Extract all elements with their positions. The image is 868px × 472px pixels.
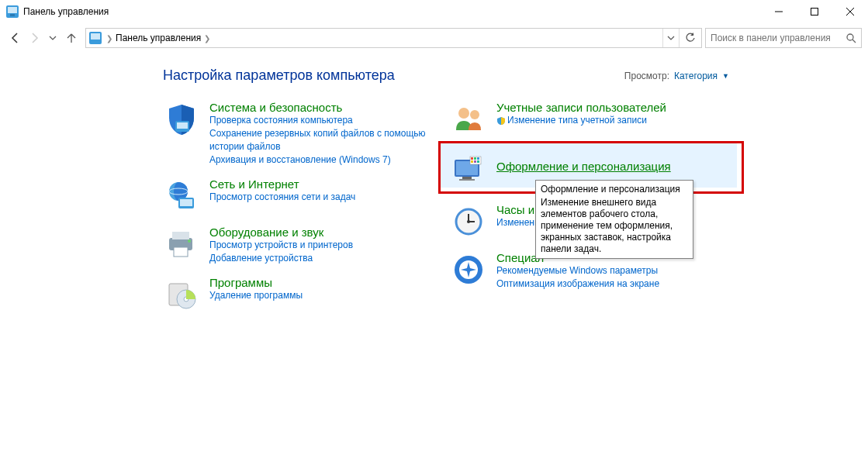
svg-rect-32 bbox=[471, 157, 473, 160]
address-bar[interactable]: ❯ Панель управления ❯ bbox=[85, 28, 702, 48]
category-title-programs[interactable]: Программы bbox=[209, 276, 272, 289]
minimize-button[interactable] bbox=[761, 0, 797, 23]
svg-point-41 bbox=[467, 220, 470, 223]
category-hardware[interactable]: Оборудование и звук Просмотр устройств и… bbox=[163, 226, 442, 265]
category-title-hardware[interactable]: Оборудование и звук bbox=[209, 226, 323, 239]
link-file-history[interactable]: Сохранение резервных копий файлов с помо… bbox=[209, 127, 442, 153]
forward-button[interactable] bbox=[25, 29, 43, 47]
up-button[interactable] bbox=[62, 29, 81, 47]
category-system-security[interactable]: Система и безопасность Проверка состояни… bbox=[163, 101, 442, 167]
control-panel-icon bbox=[6, 5, 19, 18]
svg-rect-35 bbox=[471, 160, 473, 163]
tooltip-title: Оформление и персонализация bbox=[541, 184, 688, 195]
navigation-row: ❯ Панель управления ❯ bbox=[0, 24, 868, 52]
svg-rect-34 bbox=[477, 157, 479, 160]
categories-left-column: Система и безопасность Проверка состояни… bbox=[163, 101, 442, 324]
programs-disc-icon bbox=[163, 276, 200, 313]
svg-rect-29 bbox=[462, 177, 472, 179]
maximize-button[interactable] bbox=[797, 0, 832, 23]
search-icon[interactable] bbox=[841, 29, 861, 47]
search-box[interactable] bbox=[705, 28, 862, 48]
svg-rect-2 bbox=[10, 14, 15, 16]
chevron-right-icon[interactable]: ❯ bbox=[201, 34, 213, 43]
refresh-button[interactable] bbox=[679, 29, 701, 47]
svg-line-10 bbox=[852, 40, 856, 43]
svg-rect-12 bbox=[177, 122, 188, 129]
chevron-right-icon[interactable]: ❯ bbox=[103, 34, 116, 43]
view-mode-label: Просмотр: bbox=[624, 71, 669, 81]
category-user-accounts[interactable]: Учетные записи пользователей Изменение т… bbox=[450, 101, 745, 138]
link-recommended-settings[interactable]: Рекомендуемые Windows параметры bbox=[496, 264, 659, 277]
users-icon bbox=[450, 101, 487, 138]
shield-mini-icon bbox=[496, 116, 506, 126]
svg-rect-18 bbox=[172, 232, 189, 239]
titlebar: Панель управления bbox=[0, 0, 868, 24]
category-programs[interactable]: Программы Удаление программы bbox=[163, 276, 442, 313]
link-check-status[interactable]: Проверка состояния компьютера bbox=[209, 114, 442, 127]
link-backup-restore[interactable]: Архивация и восстановление (Windows 7) bbox=[209, 153, 442, 167]
view-mode-selector[interactable]: Просмотр: Категория ▼ bbox=[624, 71, 729, 81]
close-button[interactable] bbox=[832, 0, 868, 23]
address-icon bbox=[89, 32, 102, 44]
recent-locations-button[interactable] bbox=[43, 29, 62, 47]
category-title-network[interactable]: Сеть и Интернет bbox=[209, 177, 299, 191]
svg-rect-33 bbox=[474, 157, 476, 160]
page-title: Настройка параметров компьютера bbox=[163, 67, 395, 84]
ease-of-access-icon bbox=[450, 251, 487, 288]
svg-point-26 bbox=[470, 110, 479, 119]
link-uninstall[interactable]: Удаление программы bbox=[209, 289, 303, 302]
breadcrumb-control-panel[interactable]: Панель управления bbox=[116, 33, 201, 43]
svg-rect-30 bbox=[459, 179, 475, 181]
svg-rect-1 bbox=[8, 7, 17, 13]
svg-rect-36 bbox=[474, 160, 476, 163]
svg-rect-4 bbox=[811, 9, 818, 16]
svg-point-9 bbox=[847, 34, 853, 40]
category-title-personalization[interactable]: Оформление и персонализация bbox=[496, 160, 671, 173]
link-change-account-type-text: Изменение типа учетной записи bbox=[507, 115, 647, 126]
printer-hardware-icon bbox=[163, 226, 200, 263]
tooltip-body: Изменение внешнего вида элементов рабоче… bbox=[541, 197, 688, 255]
link-view-devices[interactable]: Просмотр устройств и принтеров bbox=[209, 239, 353, 252]
chevron-down-icon: ▼ bbox=[722, 72, 729, 80]
link-add-device[interactable]: Добавление устройства bbox=[209, 252, 353, 265]
svg-rect-19 bbox=[174, 247, 188, 257]
link-change-account-type[interactable]: Изменение типа учетной записи bbox=[496, 114, 666, 127]
category-network[interactable]: Сеть и Интернет Просмотр состояния сети … bbox=[163, 177, 442, 215]
svg-rect-37 bbox=[477, 160, 479, 163]
category-title-system[interactable]: Система и безопасность bbox=[209, 101, 342, 114]
svg-rect-16 bbox=[180, 199, 192, 206]
address-dropdown-button[interactable] bbox=[662, 29, 679, 47]
window-title: Панель управления bbox=[23, 6, 109, 17]
shield-system-icon bbox=[163, 101, 200, 138]
clock-icon bbox=[450, 203, 487, 240]
personalization-monitor-icon bbox=[450, 152, 487, 189]
link-optimize-display[interactable]: Оптимизация изображения на экране bbox=[496, 277, 659, 291]
content-area: Настройка параметров компьютера Просмотр… bbox=[0, 52, 868, 324]
svg-point-20 bbox=[188, 239, 191, 243]
globe-network-icon bbox=[163, 177, 200, 215]
svg-rect-8 bbox=[91, 33, 100, 40]
link-network-status[interactable]: Просмотр состояния сети и задач bbox=[209, 191, 355, 204]
svg-point-25 bbox=[458, 108, 469, 119]
back-button[interactable] bbox=[6, 29, 25, 47]
search-input[interactable] bbox=[706, 32, 841, 44]
tooltip: Оформление и персонализация Изменение вн… bbox=[535, 180, 693, 259]
view-mode-value[interactable]: Категория bbox=[674, 71, 718, 81]
category-title-users[interactable]: Учетные записи пользователей bbox=[496, 101, 666, 114]
